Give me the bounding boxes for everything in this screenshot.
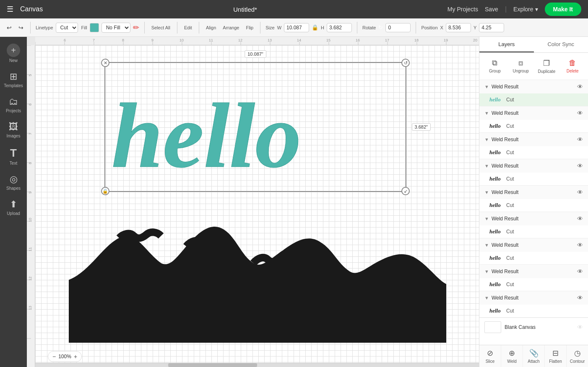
- layer-item-1[interactable]: hello Cut: [479, 93, 588, 106]
- layer-group-header-3[interactable]: ▼ Weld Result 👁: [479, 133, 588, 146]
- layer-group-label-9: Weld Result: [492, 295, 575, 301]
- fill-color-swatch[interactable]: [90, 23, 99, 32]
- tab-layers[interactable]: Layers: [479, 37, 534, 52]
- svg-text:6: 6: [28, 103, 32, 106]
- ungroup-button[interactable]: ⧈ Ungroup: [509, 56, 533, 76]
- layer-item-5[interactable]: hello Cut: [479, 199, 588, 212]
- my-projects-button[interactable]: My Projects: [448, 6, 478, 13]
- layer-chevron-icon-2: ▼: [484, 111, 489, 116]
- explore-dropdown[interactable]: Explore ▾: [513, 6, 538, 13]
- sidebar-item-templates[interactable]: ⊞ Templates: [2, 68, 25, 91]
- attach-button[interactable]: 📎 Attach: [523, 345, 545, 367]
- layer-visibility-icon-3[interactable]: 👁: [577, 136, 583, 143]
- layer-group-header-6[interactable]: ▼ Weld Result 👁: [479, 212, 588, 225]
- flip-button[interactable]: Flip: [244, 23, 255, 32]
- layer-visibility-icon-6[interactable]: 👁: [577, 215, 583, 222]
- sidebar-item-text[interactable]: T Text: [2, 143, 25, 169]
- edit-button[interactable]: Edit: [182, 23, 194, 32]
- weld-icon: ⊕: [509, 349, 515, 358]
- zoom-in-button[interactable]: +: [74, 353, 77, 360]
- layer-visibility-icon-1[interactable]: 👁: [577, 83, 583, 90]
- height-input[interactable]: [327, 23, 352, 32]
- layer-item-2[interactable]: hello Cut: [479, 120, 588, 132]
- x-input[interactable]: [446, 23, 471, 32]
- slice-button[interactable]: ⊘ Slice: [479, 345, 501, 367]
- fill-select[interactable]: No Fill: [101, 23, 130, 33]
- sidebar-item-images[interactable]: 🖼 Images: [2, 118, 25, 142]
- duplicate-icon: ❐: [543, 59, 550, 68]
- canvas-area[interactable]: 6 7 8 9 10 11 12 13 14 15 16 17 18 19 20: [27, 37, 479, 367]
- blank-canvas-item[interactable]: Blank Canvas 👁: [479, 318, 588, 336]
- duplicate-button[interactable]: ❐ Duplicate: [535, 56, 559, 76]
- layer-item-3[interactable]: hello Cut: [479, 146, 588, 159]
- layer-item-4[interactable]: hello Cut: [479, 173, 588, 185]
- layer-thumb-6: hello: [489, 228, 503, 235]
- document-title[interactable]: Untitled*: [49, 6, 441, 13]
- layer-item-9[interactable]: hello Cut: [479, 305, 588, 317]
- sidebar-item-new[interactable]: + New: [2, 40, 25, 66]
- layer-group-label-6: Weld Result: [492, 216, 575, 222]
- sidebar-item-shapes[interactable]: ◎ Shapes: [2, 171, 25, 194]
- handle-top-right[interactable]: ↺: [401, 59, 410, 67]
- layer-group-header-7[interactable]: ▼ Weld Result 👁: [479, 238, 588, 252]
- y-label: Y: [474, 25, 476, 30]
- layer-visibility-icon-7[interactable]: 👁: [577, 242, 583, 248]
- layer-visibility-icon-8[interactable]: 👁: [577, 268, 583, 275]
- zoom-out-button[interactable]: −: [52, 353, 56, 360]
- svg-text:10: 10: [28, 218, 32, 222]
- layer-item-7[interactable]: hello Cut: [479, 252, 588, 264]
- tab-color-sync[interactable]: Color Sync: [534, 37, 588, 52]
- layer-group-header-9[interactable]: ▼ Weld Result 👁: [479, 291, 588, 305]
- pen-icon[interactable]: ✏: [133, 23, 139, 32]
- blank-canvas-eye-icon[interactable]: 👁: [577, 324, 583, 331]
- layer-group-header-4[interactable]: ▼ Weld Result 👁: [479, 159, 588, 173]
- width-input[interactable]: [284, 23, 309, 32]
- select-all-button[interactable]: Select All: [150, 23, 172, 32]
- fill-group: Fill No Fill ✏: [81, 23, 139, 33]
- layer-visibility-icon-2[interactable]: 👁: [577, 110, 583, 116]
- weld-button[interactable]: ⊕ Weld: [501, 345, 523, 367]
- layer-chevron-icon-7: ▼: [484, 243, 489, 248]
- sidebar-templates-label: Templates: [4, 83, 23, 88]
- y-input[interactable]: [479, 23, 504, 32]
- group-button[interactable]: ⧉ Group: [483, 56, 507, 76]
- layer-thumb-7: hello: [489, 254, 503, 262]
- layer-thumb-3: hello: [489, 149, 503, 156]
- toolbar-divider-4: [199, 22, 199, 34]
- nav-divider: |: [505, 5, 507, 13]
- flatten-button[interactable]: ⊟ Flatten: [545, 345, 567, 367]
- x-label: X: [440, 25, 443, 30]
- hello-text-element[interactable]: hello: [107, 66, 405, 189]
- save-button[interactable]: Save: [485, 6, 498, 13]
- lock-aspect-icon[interactable]: 🔒: [312, 24, 318, 31]
- layer-group-header-8[interactable]: ▼ Weld Result 👁: [479, 265, 588, 278]
- layer-group-header-5[interactable]: ▼ Weld Result 👁: [479, 186, 588, 199]
- layer-visibility-icon-9[interactable]: 👁: [577, 295, 583, 301]
- align-button[interactable]: Align: [204, 23, 218, 32]
- redo-button[interactable]: ↪: [17, 23, 25, 33]
- layer-group-header-2[interactable]: ▼ Weld Result 👁: [479, 106, 588, 120]
- layer-group-label-4: Weld Result: [492, 163, 575, 169]
- layer-item-8[interactable]: hello Cut: [479, 278, 588, 291]
- make-it-button[interactable]: Make It: [545, 3, 581, 16]
- redo-icon: ↪: [18, 24, 23, 31]
- svg-text:5: 5: [28, 74, 32, 76]
- contour-button[interactable]: ◷ Contour: [567, 345, 588, 367]
- rotate-input[interactable]: [385, 23, 411, 32]
- menu-icon[interactable]: ☰: [7, 5, 13, 14]
- scrollbar-thumb[interactable]: [168, 363, 257, 367]
- layer-visibility-icon-5[interactable]: 👁: [577, 189, 583, 196]
- layer-item-6[interactable]: hello Cut: [479, 225, 588, 238]
- sidebar-item-projects[interactable]: 🗂 Projects: [2, 93, 25, 116]
- black-silhouette-element[interactable]: [69, 196, 446, 344]
- sidebar-text-label: Text: [10, 161, 17, 165]
- layer-group-header-1[interactable]: ▼ Weld Result 👁: [479, 80, 588, 93]
- layer-visibility-icon-4[interactable]: 👁: [577, 163, 583, 169]
- horizontal-scrollbar[interactable]: [35, 363, 479, 367]
- handle-top-left[interactable]: ✕: [101, 59, 109, 67]
- undo-button[interactable]: ↩: [5, 23, 13, 33]
- arrange-button[interactable]: Arrange: [221, 23, 241, 32]
- delete-button[interactable]: 🗑 Delete: [560, 56, 585, 76]
- linetype-select[interactable]: Cut: [56, 23, 78, 33]
- sidebar-item-upload[interactable]: ⬆ Upload: [2, 196, 25, 219]
